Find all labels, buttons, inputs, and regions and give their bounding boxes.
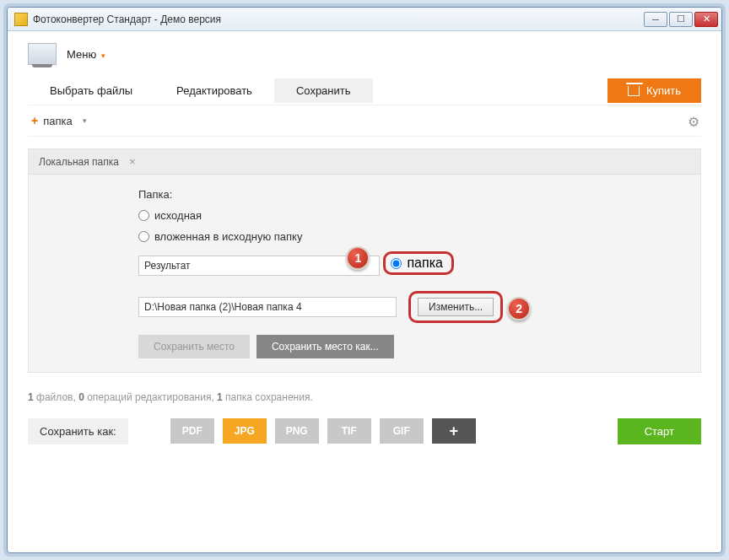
minimize-button[interactable]: ─ xyxy=(644,12,667,27)
app-window: Фотоконвертер Стандарт - Демо версия ─ ☐… xyxy=(7,7,722,553)
maximize-button[interactable]: ☐ xyxy=(669,12,693,27)
save-buttons: Сохранить место Сохранить место как... xyxy=(138,335,700,358)
format-gif[interactable]: GIF xyxy=(380,418,424,444)
panel-tab-label: Локальная папка xyxy=(39,156,119,168)
toolbar: + папка ▾ ⚙ xyxy=(28,105,701,137)
titlebar: Фотоконвертер Стандарт - Демо версия ─ ☐… xyxy=(8,8,721,31)
caret-down-icon: ▾ xyxy=(101,51,105,60)
bottom-bar: Сохранить как: PDF JPG PNG TIF GIF + Ста… xyxy=(28,418,701,444)
path-row: Изменить... 2 xyxy=(138,291,700,323)
radio-nested-label: вложенная в исходную папку xyxy=(154,230,302,243)
plus-icon: + xyxy=(31,114,38,127)
tab-save[interactable]: Сохранить xyxy=(274,78,373,103)
client-area: Меню ▾ Выбрать файлы Редактировать Сохра… xyxy=(8,31,721,552)
radio-nested-input[interactable] xyxy=(138,231,149,242)
caret-down-icon: ▾ xyxy=(83,116,87,125)
change-button[interactable]: Изменить... xyxy=(418,298,494,316)
save-as-label: Сохранить как: xyxy=(28,418,128,444)
path-input[interactable] xyxy=(138,297,397,317)
status-count-ops: 0 xyxy=(78,391,84,403)
gear-icon[interactable]: ⚙ xyxy=(688,114,701,127)
app-icon xyxy=(14,13,28,26)
format-png[interactable]: PNG xyxy=(275,418,319,444)
tab-edit[interactable]: Редактировать xyxy=(154,78,274,103)
radio-folder-input[interactable] xyxy=(391,258,402,269)
format-tif[interactable]: TIF xyxy=(327,418,371,444)
save-form: Папка: исходная вложенная в исходную пап… xyxy=(29,175,700,372)
radio-nested[interactable]: вложенная в исходную папку xyxy=(138,230,700,243)
tab-select-files[interactable]: Выбрать файлы xyxy=(28,78,154,103)
content-panel: Локальная папка × Папка: исходная вложен… xyxy=(28,148,701,373)
change-button-highlight: Изменить... 2 xyxy=(408,291,503,323)
annotation-badge-2: 2 xyxy=(507,297,531,320)
cart-icon xyxy=(628,86,640,96)
window-title: Фотоконвертер Стандарт - Демо версия xyxy=(33,13,644,25)
start-button[interactable]: Старт xyxy=(618,418,701,444)
radio-source-input[interactable] xyxy=(138,210,149,221)
radio-source-label: исходная xyxy=(154,209,202,222)
buy-button[interactable]: Купить xyxy=(608,78,701,103)
status-count-folders: 1 xyxy=(217,391,223,403)
format-jpg[interactable]: JPG xyxy=(223,418,267,444)
nested-folder-input[interactable] xyxy=(138,256,380,276)
app-logo-icon xyxy=(28,43,57,65)
menu-row: Меню ▾ xyxy=(28,43,701,65)
radio-folder[interactable]: папка xyxy=(383,251,453,275)
panel-tab-close[interactable]: × xyxy=(129,155,136,168)
window-buttons: ─ ☐ ✕ xyxy=(644,12,718,27)
menu-button[interactable]: Меню ▾ xyxy=(67,48,105,61)
status-count-files: 1 xyxy=(28,391,34,403)
menu-label: Меню xyxy=(67,48,96,61)
save-place-button: Сохранить место xyxy=(138,335,250,358)
close-button[interactable]: ✕ xyxy=(694,12,718,27)
add-folder-button[interactable]: + папка ▾ xyxy=(28,112,90,129)
format-pdf[interactable]: PDF xyxy=(170,418,214,444)
folder-label: Папка: xyxy=(138,188,700,201)
save-place-as-button[interactable]: Сохранить место как... xyxy=(256,335,394,358)
add-folder-label: папка xyxy=(43,115,73,127)
panel-tab: Локальная папка × xyxy=(29,149,700,175)
buy-label: Купить xyxy=(646,84,681,97)
radio-source[interactable]: исходная xyxy=(138,209,700,222)
main-tabs: Выбрать файлы Редактировать Сохранить Ку… xyxy=(28,78,701,103)
status-text: 1 файлов, 0 операций редактирования, 1 п… xyxy=(28,391,701,403)
radio-folder-label: папка xyxy=(407,256,442,271)
format-add[interactable]: + xyxy=(432,418,476,444)
